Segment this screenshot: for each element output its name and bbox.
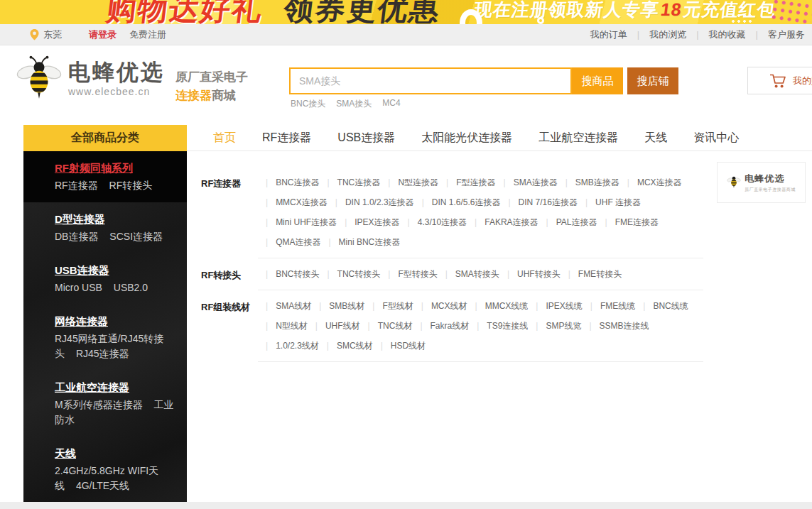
menu-link[interactable]: TNC线材 — [360, 316, 413, 336]
menu-link[interactable]: Mini UHF连接器 — [258, 212, 337, 232]
menu-link[interactable]: MCX连接器 — [619, 173, 682, 192]
sidebar-category-usb[interactable]: USB连接器 Micro USB USB2.0 — [23, 253, 187, 305]
promo-subline-number: 18 — [658, 0, 684, 19]
banner-white-dots-decoration — [730, 13, 754, 24]
menu-link[interactable]: HSD线材 — [373, 336, 426, 356]
sidebar-sub-link[interactable]: RF连接器 — [55, 180, 98, 191]
account-link[interactable]: 我的浏览 — [627, 28, 686, 41]
brand-ad-card[interactable]: 电蜂优选 原厂直采电子连接器商城 — [717, 162, 806, 203]
menu-link[interactable]: SMB线材 — [311, 296, 364, 316]
menu-link[interactable]: SMA线材 — [258, 296, 311, 316]
search-product-button[interactable]: 搜商品 — [572, 67, 623, 94]
sidebar-category-title[interactable]: RF射频同轴系列 — [55, 161, 133, 175]
sidebar-sub-link[interactable]: M系列传感器连接器 — [55, 399, 143, 410]
menu-link[interactable]: PAL连接器 — [538, 212, 597, 232]
nav-item[interactable]: 工业航空连接器 — [538, 131, 618, 146]
menu-link[interactable]: SMA连接器 — [496, 173, 558, 192]
menu-link[interactable]: Mini BNC连接器 — [320, 232, 400, 252]
account-link[interactable]: 我的订单 — [590, 28, 627, 41]
sidebar-category-dtype[interactable]: D型连接器 DB连接器 SCSI连接器 — [23, 202, 187, 253]
menu-link[interactable]: SMP线览 — [528, 316, 581, 336]
menu-link[interactable]: N型连接器 — [380, 173, 438, 192]
menu-link[interactable]: QMA连接器 — [258, 232, 320, 252]
all-categories-header[interactable]: 全部商品分类 — [23, 125, 187, 151]
sidebar-category-antenna[interactable]: 天线 2.4GHz/5.8GHz WIFI天线 4G/LTE天线 — [23, 437, 187, 502]
menu-link[interactable]: SMC线材 — [319, 336, 373, 356]
menu-link[interactable]: UHF转接头 — [499, 264, 561, 284]
hot-keyword-link[interactable]: BNC接头 — [291, 98, 325, 110]
menu-link[interactable]: N型线材 — [258, 316, 308, 336]
nav-item[interactable]: 太阳能光伏连接器 — [421, 131, 512, 146]
menu-link[interactable]: DIN 1.6/5.6连接器 — [414, 192, 501, 212]
menu-link[interactable]: FAKRA连接器 — [467, 212, 538, 232]
ad-card-title: 电蜂优选 — [745, 173, 796, 185]
menu-link[interactable]: MMCX连接器 — [258, 192, 327, 212]
menu-link[interactable]: 4.3/10连接器 — [400, 212, 467, 232]
menu-link[interactable]: IPEX连接器 — [337, 212, 399, 232]
sidebar-sub-link[interactable]: Micro USB — [55, 282, 102, 293]
sidebar-category-network[interactable]: 网络连接器 RJ45网络直通/RJ45转接头 RJ45连接器 — [23, 305, 187, 371]
login-link[interactable]: 请登录 — [89, 28, 117, 41]
menu-link[interactable]: MMCX线缆 — [467, 296, 529, 316]
menu-link[interactable]: BNC转接头 — [258, 264, 319, 284]
menu-link[interactable]: BNC线缆 — [635, 296, 688, 316]
category-flyout-panel: RF连接器 BNC连接器TNC连接器N型连接器F型连接器SMA连接器SMB连接器… — [187, 151, 812, 502]
menu-link[interactable]: IPEX线缆 — [528, 296, 582, 316]
nav-item[interactable]: 首页 — [213, 131, 236, 146]
nav-item[interactable]: USB连接器 — [337, 131, 395, 146]
sidebar-sub-link[interactable]: DB连接器 — [55, 231, 98, 242]
sidebar-category-title[interactable]: USB连接器 — [55, 263, 109, 278]
menu-link[interactable]: F型转接头 — [380, 264, 437, 284]
register-link[interactable]: 免费注册 — [129, 28, 166, 41]
menu-link[interactable]: 1.0/2.3线材 — [258, 336, 319, 356]
sidebar-category-title[interactable]: 天线 — [55, 447, 76, 461]
menu-group-label: RF组装线材 — [201, 290, 258, 362]
nav-item[interactable]: 资讯中心 — [693, 131, 739, 146]
sidebar-sub-link[interactable]: USB2.0 — [114, 282, 148, 293]
menu-link[interactable]: FME连接器 — [597, 212, 659, 232]
search-shop-button[interactable]: 搜店铺 — [627, 67, 678, 94]
nav-item[interactable]: RF连接器 — [262, 131, 311, 146]
banner-pink-dots-decoration — [769, 0, 812, 24]
bee-mini-logo-icon — [727, 175, 741, 191]
search-bar: 搜商品 搜店铺 — [289, 67, 678, 94]
menu-link[interactable]: TNC转接头 — [319, 264, 380, 284]
sidebar-category-title[interactable]: D型连接器 — [55, 212, 105, 226]
sidebar-category-title[interactable]: 工业航空连接器 — [55, 381, 129, 395]
account-link[interactable]: 客户服务 — [746, 28, 805, 41]
sidebar-category-sublinks: DB连接器 SCSI连接器 — [55, 229, 174, 244]
menu-link[interactable]: TS9连接线 — [469, 316, 528, 336]
menu-link[interactable]: DIN 1.0/2.3连接器 — [327, 192, 414, 212]
menu-link[interactable]: SMA转接头 — [438, 264, 499, 284]
sidebar-sub-link[interactable]: SCSI连接器 — [109, 231, 163, 242]
menu-link[interactable]: DIN 7/16连接器 — [500, 192, 577, 212]
menu-link[interactable]: TNC连接器 — [319, 173, 380, 192]
menu-link[interactable]: FME线缆 — [583, 296, 635, 316]
nav-item[interactable]: 天线 — [644, 131, 667, 146]
menu-link[interactable]: F型连接器 — [438, 173, 495, 192]
menu-link[interactable]: Fakra线材 — [412, 316, 469, 336]
tagline-line1: 原厂直采电子 — [175, 68, 248, 87]
sidebar-category-rf[interactable]: RF射频同轴系列 RF连接器 RF转接头 — [23, 151, 187, 202]
search-input[interactable] — [289, 67, 572, 94]
menu-link[interactable]: MCX线材 — [413, 296, 467, 316]
menu-link[interactable]: SSMB连接线 — [581, 316, 649, 336]
menu-link[interactable]: BNC连接器 — [258, 173, 319, 192]
menu-link[interactable]: SMB连接器 — [558, 173, 619, 192]
sidebar-category-industrial[interactable]: 工业航空连接器 M系列传感器连接器 工业防水 — [23, 371, 187, 437]
sidebar-sub-link[interactable]: RJ45连接器 — [76, 348, 129, 359]
sidebar-category-title[interactable]: 网络连接器 — [55, 314, 108, 329]
promo-banner[interactable]: 购物达好礼 领券更优惠 现在注册领取新人专享18元充值红包 — [0, 0, 812, 24]
menu-link[interactable]: FME转接头 — [561, 264, 622, 284]
menu-link[interactable]: F型线材 — [364, 296, 413, 316]
location-label[interactable]: 东莞 — [43, 28, 62, 41]
menu-link[interactable]: UHF 连接器 — [578, 192, 641, 212]
site-logo[interactable]: 电蜂优选 www.elecbee.cn — [16, 55, 165, 102]
cart-button[interactable]: 我的购物车 — [747, 67, 812, 94]
hot-keyword-link[interactable]: SMA接头 — [336, 98, 372, 110]
menu-link[interactable]: UHF线材 — [308, 316, 360, 336]
sidebar-sub-link[interactable]: RF转接头 — [109, 180, 153, 191]
account-link[interactable]: 我的收藏 — [686, 28, 745, 41]
hot-keyword-link[interactable]: MC4 — [382, 98, 400, 110]
sidebar-sub-link[interactable]: 4G/LTE天线 — [76, 480, 129, 491]
